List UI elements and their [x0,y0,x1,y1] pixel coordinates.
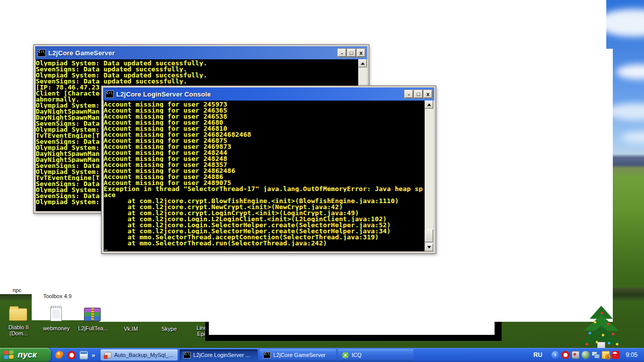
console-window-icon: C:\ [105,90,114,98]
opera-tray-icon[interactable] [561,351,570,359]
scroll-up-icon[interactable] [425,101,433,109]
console-icon: C:\ [263,352,271,358]
taskbar-button-gameserver[interactable]: C:\ L2jCore GameServer [260,349,336,360]
desktop-icon-skype[interactable]: Skype [154,326,184,332]
loginserver-window-title: L2jCore LoginServer Console [116,90,402,98]
folder-icon [9,308,27,321]
winrar-archive-icon [84,308,101,321]
taskbar-button-icq[interactable]: ICQ [338,349,414,360]
console-line: SevenSigns: Data updated successfully. [36,66,358,72]
console-cursor: _ [104,243,108,250]
console-line: at com.l2jcore.Login.L2LoginClient.<init… [104,216,425,222]
taskbar-button-loginserver[interactable]: C:\ L2jCore LoginServer ... [180,349,258,360]
gameserver-titlebar[interactable]: C:\ L2jCore GameServer - □ x [35,46,367,59]
system-tray: RU ‹ 3 ☂ 9:05 [533,348,644,362]
console-line: Account missing for user 2469873 [104,144,425,150]
console-line: Account missing for user 246875 [104,138,425,144]
language-indicator[interactable]: RU [533,351,542,358]
loginserver-window[interactable]: C:\ L2jCore LoginServer Console - □ x Ac… [101,85,436,254]
scroll-up-icon[interactable] [358,59,367,67]
console-line: Account missing for user 2489075 [104,180,425,186]
console-line: Account missing for user 24862486 [104,168,425,174]
gameserver-window-title: L2jCore GameServer [48,49,335,57]
close-button[interactable]: x [357,49,365,57]
quicklaunch-overflow-chevron-icon[interactable]: » [92,351,95,359]
console-line: SevenSigns: Data updated successfully. [36,78,358,84]
notepad-icon [50,307,62,321]
desktop-icon-label-npc[interactable]: прс [13,287,22,293]
console-line: Account missing for user 248244 [104,150,425,156]
console-line: Account missing for user 246810 [104,126,425,132]
close-button[interactable]: x [424,90,432,98]
cloud [616,64,644,79]
console-line: Olympiad System: Data updated successful… [36,60,358,66]
network-tray-icon[interactable] [592,351,600,359]
downloads-tray-icon[interactable]: 3 [602,351,610,359]
window-fragment-inner [209,322,495,335]
database-icon [104,352,112,358]
console-line: Account missing for user 246365 [104,108,425,114]
task-buttons: Auto_Backup_MySql_... C:\ L2jCore LoginS… [101,349,414,360]
task-button-label: ICQ [352,352,362,358]
internet-explorer-icon[interactable] [79,351,88,359]
white-artifact-region [606,49,613,254]
christmas-tree-gadget [577,306,626,349]
console-icon: C:\ [183,352,191,358]
console-line: at com.l2jcore.Login.SelectorHelper.crea… [104,228,425,234]
window-fragment-bar [205,322,502,341]
console-line: Account missing for user 245973 [104,102,425,108]
console-line: Account missing for user 24680 [104,120,425,126]
messenger-tray-icon[interactable] [582,351,590,359]
console-line: at com.l2jcore.Login.SelectorHelper.crea… [104,222,425,228]
console-line: at com.l2jcore.crypt.BlowfishEngine.<ini… [104,198,425,204]
console-text-block: Account missing for user 245973Account m… [104,102,425,246]
clock[interactable]: 9:05 [626,351,637,358]
console-line: at com.l2jcore.crypt.NewCrypt.<init>(New… [104,204,425,210]
taskbar: пуск » Auto_Backup_MySql_... C:\ L2jCore… [0,348,644,362]
console-window-icon: C:\ [37,49,46,57]
console-line: Olympiad System: Data updated successful… [36,72,358,78]
scroll-down-icon[interactable] [425,243,433,251]
icq-flower-icon [342,352,349,358]
cloud [621,132,644,143]
taskbar-button-auto-backup[interactable]: Auto_Backup_MySql_... [101,349,178,360]
console-line: Account missing for user 246824682468 [104,132,425,138]
console-line: Account missing for user 248248 [104,156,425,162]
desktop-icon-vkim[interactable]: Vk.IM [116,326,146,332]
console-line: at mmo.SelectorThread.run(SelectorThread… [104,240,425,246]
console-line: at mmo.SelectorThread.acceptConnection(S… [104,234,425,240]
start-button[interactable]: пуск [0,348,51,362]
loginserver-console-output: Account missing for user 245973Account m… [104,101,425,251]
firefox-icon[interactable] [55,351,64,359]
windows-flag-icon [4,350,15,360]
tree-ornaments [601,312,603,314]
opera-icon[interactable] [67,351,76,359]
white-artifact-region [99,254,613,322]
minimize-button[interactable]: - [405,90,413,98]
console-line: Account missing for user 24886 [104,174,425,180]
start-button-label: пуск [18,350,37,360]
desktop-icon-label: webmoney [40,325,72,331]
console-line: Exception in thread "SelectorThread-17" … [104,186,425,192]
loginserver-scrollbar[interactable] [425,101,434,251]
console-line: Account missing for user 248357 [104,162,425,168]
loginserver-titlebar[interactable]: C:\ L2jCore LoginServer Console - □ x [103,87,434,101]
tray-collapse-icon[interactable]: ‹ [551,351,559,359]
desktop-icon-label-toolbox[interactable]: Toolbox 4.9 [43,293,71,299]
avira-tray-icon[interactable]: ☂ [612,351,620,359]
gamepad-tray-icon[interactable] [572,351,580,359]
console-line: Account missing for user 246538 [104,114,425,120]
maximize-button[interactable]: □ [414,90,423,98]
console-line: ace [104,192,425,198]
task-button-label: L2jCore LoginServer ... [193,352,250,358]
task-button-label: Auto_Backup_MySql_... [114,352,173,358]
quick-launch-bar: » [52,348,95,362]
desktop-icon-label: Diablo II (Dom... [1,324,36,336]
maximize-button[interactable]: □ [347,49,356,57]
task-button-label: L2jCore GameServer [273,352,326,358]
scrollbar-thumb[interactable] [425,229,433,242]
console-line: at com.l2jcore.crypt.LoginCrypt.<init>(L… [104,210,425,216]
desktop-icon-label: L2jFullTea... [74,325,112,331]
minimize-button[interactable]: - [338,49,346,57]
